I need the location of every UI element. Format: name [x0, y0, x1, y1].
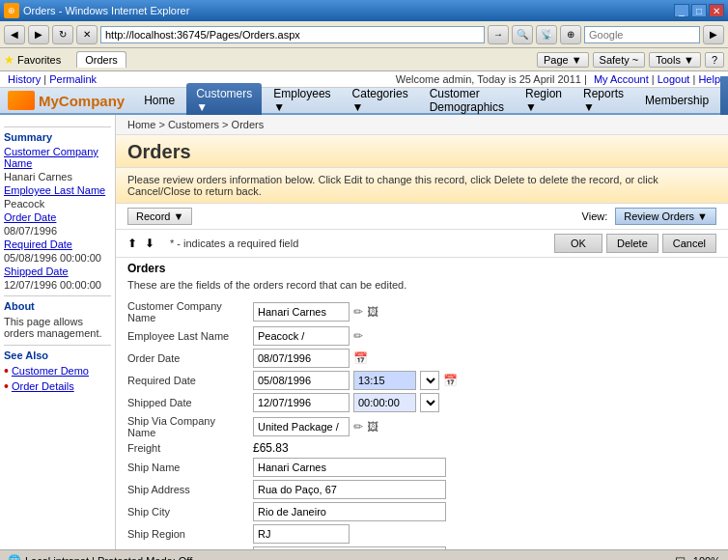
- page-button[interactable]: Page ▼: [537, 52, 589, 68]
- help-link[interactable]: Help: [698, 73, 720, 85]
- edit-icon-ship-via[interactable]: ✏: [353, 420, 363, 434]
- input-ship-region[interactable]: [253, 524, 350, 544]
- status-bar: 🌐 Local intranet | Protected Mode: Off 🛡…: [0, 549, 728, 560]
- label-ship-via: Ship Via Company Name: [127, 415, 253, 438]
- form-row-order-date: Order Date 📅: [127, 349, 716, 368]
- control-ship-via: ✏ 🖼: [253, 417, 378, 436]
- label-freight: Freight: [127, 442, 253, 454]
- form-row-ship-name: Ship Name: [127, 458, 716, 477]
- sidebar-employee-last-name-link[interactable]: Employee Last Name: [4, 183, 111, 197]
- favorites-label: Favorites: [17, 54, 61, 66]
- edit-icon-customer[interactable]: ✏: [353, 305, 363, 319]
- forward-button[interactable]: ▶: [28, 25, 49, 44]
- input-ship-postal[interactable]: [253, 546, 446, 549]
- nav-region[interactable]: Region ▼: [516, 83, 572, 118]
- address-input[interactable]: [100, 26, 485, 43]
- input-required-date[interactable]: [253, 371, 350, 390]
- input-order-date[interactable]: [253, 349, 350, 368]
- sidebar-customer-company-name-link[interactable]: Customer Company Name: [4, 145, 111, 170]
- customer-demo-link[interactable]: Customer Demo: [12, 365, 89, 377]
- tab-bar: Orders: [76, 51, 126, 68]
- refresh-button[interactable]: ↻: [52, 25, 73, 44]
- logout-link[interactable]: Logout: [658, 73, 690, 85]
- label-ship-name: Ship Name: [127, 462, 253, 473]
- history-link[interactable]: History: [8, 73, 41, 85]
- main-content: Summary Customer Company Name Hanari Car…: [0, 115, 728, 549]
- stop-button[interactable]: ✕: [76, 25, 98, 44]
- help-button[interactable]: ?: [705, 52, 724, 68]
- input-shipped-time[interactable]: [353, 393, 416, 412]
- image-icon-ship-via[interactable]: 🖼: [367, 420, 378, 434]
- see-also-order-details[interactable]: • Order Details: [4, 378, 111, 394]
- label-ship-region: Ship Region: [127, 528, 253, 540]
- nav-membership[interactable]: Membership: [635, 90, 718, 111]
- control-employee: ✏: [253, 326, 363, 346]
- control-shipped-date: [253, 393, 439, 412]
- form-row-employee: Employee Last Name ✏: [127, 326, 716, 346]
- about-section-title: About: [4, 295, 111, 314]
- nav-categories[interactable]: Categories ▼: [343, 83, 418, 118]
- zoom-icon: ⊕: [560, 25, 581, 44]
- tools-button[interactable]: Tools ▼: [649, 52, 701, 68]
- ok-button-top[interactable]: OK: [554, 234, 602, 253]
- record-button[interactable]: Record ▼: [127, 208, 192, 225]
- calendar-icon-order[interactable]: 📅: [353, 351, 368, 365]
- minimize-button[interactable]: _: [674, 4, 689, 17]
- sidebar-order-date-link[interactable]: Order Date: [4, 210, 111, 224]
- input-customer-company[interactable]: [253, 302, 350, 322]
- input-ship-city[interactable]: [253, 502, 446, 521]
- search-go-button[interactable]: ▶: [703, 25, 724, 44]
- page-desc: Please review orders information below. …: [116, 168, 728, 204]
- label-ship-city: Ship City: [127, 506, 253, 518]
- toolbar-row: Record ▼ View: Review Orders ▼: [116, 204, 728, 230]
- control-ship-name: [253, 458, 446, 477]
- favorites-button[interactable]: ★ Favorites: [4, 53, 61, 67]
- sidebar-required-date-link[interactable]: Required Date: [4, 238, 111, 251]
- safety-button[interactable]: Safety ~: [593, 52, 646, 68]
- action-row-top: ⬆ ⬇ * - indicates a required field OK De…: [116, 230, 728, 258]
- back-button[interactable]: ◀: [4, 25, 25, 44]
- search-input[interactable]: [584, 26, 700, 43]
- nav-customer-demographics[interactable]: Customer Demographics: [420, 83, 514, 118]
- select-shipped-time[interactable]: [420, 393, 439, 412]
- calendar-icon-required[interactable]: 📅: [443, 374, 458, 387]
- label-employee: Employee Last Name: [127, 330, 253, 342]
- input-shipped-date[interactable]: [253, 393, 350, 412]
- freight-value: £65.83: [253, 441, 289, 455]
- see-also-customer-demo[interactable]: • Customer Demo: [4, 363, 111, 378]
- select-required-time[interactable]: [420, 371, 439, 390]
- image-icon-customer[interactable]: 🖼: [367, 305, 378, 319]
- delete-button-top[interactable]: Delete: [606, 234, 658, 253]
- permalink-link[interactable]: Permalink: [49, 73, 97, 85]
- input-ship-name[interactable]: [253, 458, 446, 477]
- bullet-icon-2: •: [4, 378, 9, 394]
- nav-reports[interactable]: Reports ▼: [574, 83, 633, 118]
- nav-home[interactable]: Home: [134, 90, 184, 111]
- go-button[interactable]: →: [488, 25, 509, 44]
- logo-text: MyCompany: [39, 93, 125, 109]
- orders-section-title: Orders: [116, 258, 728, 279]
- control-ship-region: [253, 524, 350, 544]
- control-ship-city: [253, 502, 446, 521]
- sidebar-shipped-date-link[interactable]: Shipped Date: [4, 265, 111, 278]
- orders-tab[interactable]: Orders: [76, 51, 126, 68]
- review-orders-button[interactable]: Review Orders ▼: [615, 208, 716, 225]
- input-ship-via[interactable]: [253, 417, 350, 436]
- edit-icon-employee[interactable]: ✏: [353, 329, 363, 343]
- down-arrow-icon: ⬇: [145, 237, 154, 250]
- input-ship-address[interactable]: [253, 480, 446, 499]
- favorites-bar: ★ Favorites Orders Page ▼ Safety ~ Tools…: [0, 48, 728, 71]
- sidebar-customer-company-value: Hanari Carnes: [4, 170, 111, 183]
- maximize-button[interactable]: □: [691, 4, 707, 17]
- input-required-time[interactable]: [353, 371, 416, 390]
- control-freight: £65.83: [253, 441, 289, 455]
- nav-employees[interactable]: Employees ▼: [264, 83, 340, 118]
- up-arrow-icon: ⬆: [127, 237, 137, 250]
- input-employee[interactable]: [253, 326, 350, 346]
- cancel-button-top[interactable]: Cancel: [662, 234, 716, 253]
- status-text: Local intranet | Protected Mode: Off: [25, 555, 675, 561]
- close-button[interactable]: ✕: [709, 4, 724, 17]
- control-order-date: 📅: [253, 349, 368, 368]
- nav-customers[interactable]: Customers ▼: [186, 83, 262, 118]
- order-details-link[interactable]: Order Details: [12, 380, 74, 392]
